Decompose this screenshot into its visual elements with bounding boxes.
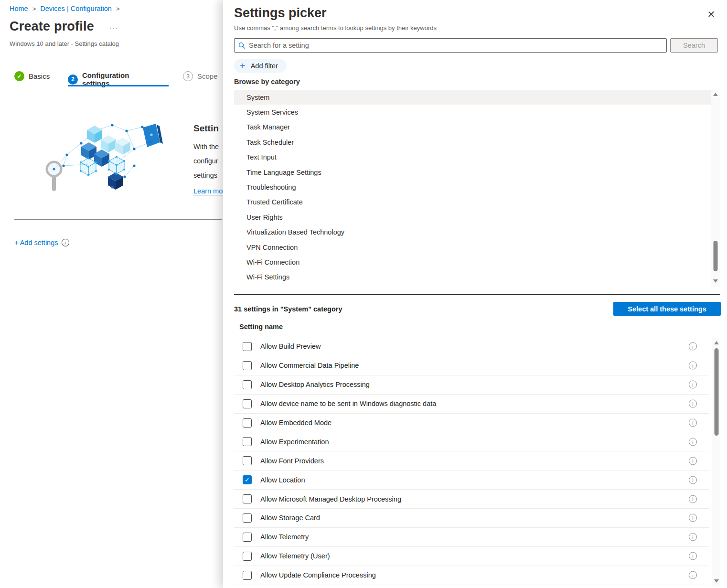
search-icon [238,42,246,49]
setting-checkbox[interactable] [243,513,252,523]
breadcrumb: Home Devices | Configuration [10,5,120,12]
info-icon[interactable] [689,457,697,465]
check-circle-icon [14,71,24,81]
panel-subtitle: Use commas "," among search terms to loo… [234,24,437,32]
setting-checkbox[interactable] [243,571,252,580]
magnifier-icon [47,162,61,191]
close-icon[interactable] [705,8,718,21]
info-icon[interactable] [689,419,697,427]
info-icon[interactable] [689,514,697,522]
setting-checkbox[interactable] [243,552,252,561]
setting-row[interactable]: Allow Location [234,470,709,490]
setting-row[interactable]: Allow Microsoft Managed Desktop Processi… [234,490,709,509]
search-button[interactable]: Search [670,38,718,53]
category-list-item[interactable]: Troubleshooting [234,180,711,194]
setting-checkbox[interactable] [243,533,252,542]
setting-checkbox[interactable] [243,494,252,503]
setting-checkbox[interactable] [243,342,252,351]
settings-table: Allow Build Preview Allow Commercial Dat… [234,337,709,585]
scroll-up-arrow-icon[interactable] [713,93,718,96]
info-icon[interactable] [689,362,697,370]
category-list-item[interactable]: Wi-Fi Settings [234,270,711,285]
setting-checkbox[interactable] [243,399,252,408]
category-list-scrollbar[interactable] [711,90,720,287]
book-icon [143,124,163,147]
learn-more-link[interactable]: Learn mo [193,187,223,195]
tab-basics[interactable]: Basics [14,71,50,81]
setting-row[interactable]: Allow Commercial Data Pipeline [234,356,709,375]
info-icon[interactable] [689,476,697,484]
info-icon[interactable] [689,381,697,389]
category-list-item[interactable]: User Rights [234,210,711,225]
add-settings-link[interactable]: + Add settings [14,239,69,246]
info-icon[interactable] [689,552,697,560]
setting-checkbox[interactable] [243,475,252,484]
category-list-item[interactable]: Wi-Fi Connection [234,255,711,269]
setting-row[interactable]: Allow device name to be sent in Windows … [234,395,709,414]
category-list-item[interactable]: Task Manager [234,120,711,135]
scrollbar-thumb[interactable] [714,348,718,436]
settings-list-scrollbar[interactable] [712,338,720,587]
setting-row[interactable]: Allow Desktop Analytics Processing [234,375,709,395]
scroll-up-arrow-icon[interactable] [714,341,719,344]
page-title: Create profile [10,19,94,34]
step-number-badge: 3 [183,71,193,81]
panel-divider [234,294,720,295]
setting-row[interactable]: Allow Telemetry (User) [234,547,709,566]
tab-scope-tags[interactable]: 3 Scope [183,71,218,81]
search-input-container [234,38,667,53]
section-divider [14,219,222,220]
scroll-down-arrow-icon[interactable] [714,579,719,583]
setting-row[interactable]: Allow Storage Card [234,509,709,528]
scrollbar-thumb[interactable] [714,241,718,271]
active-tab-underline [68,85,169,86]
settings-catalog-illustration [41,120,165,192]
info-icon[interactable] [689,400,697,408]
scroll-down-arrow-icon[interactable] [713,279,718,283]
setting-checkbox[interactable] [243,361,252,370]
results-summary: 31 settings in "System" category [234,305,342,313]
chevron-right-icon [116,5,120,12]
step-number-badge: 2 [68,75,78,85]
settings-picker-panel: Settings picker Use commas "," among sea… [223,0,727,588]
setting-checkbox[interactable] [243,456,252,465]
setting-row[interactable]: Allow Telemetry [234,528,709,547]
breadcrumb-home[interactable]: Home [10,5,28,12]
page-subtitle: Windows 10 and later - Settings catalog [10,40,119,47]
info-icon[interactable] [689,533,697,541]
category-list-item[interactable]: System Services [234,105,711,119]
category-list-item[interactable]: Task Scheduler [234,135,711,150]
search-input[interactable] [249,42,663,49]
info-icon[interactable] [689,571,697,579]
setting-checkbox[interactable] [243,418,252,428]
panel-title: Settings picker [234,6,327,21]
add-filter-button[interactable]: Add filter [234,59,287,73]
more-menu-icon[interactable]: ... [109,22,118,31]
setting-name-column-header: Setting name [239,323,283,331]
info-icon[interactable] [62,239,69,246]
info-icon[interactable] [689,495,697,503]
category-list-item[interactable]: Virtualization Based Technology [234,225,711,240]
plus-icon [240,61,246,71]
category-list-item[interactable]: System [234,90,711,105]
setting-checkbox[interactable] [243,380,252,389]
category-list-item[interactable]: Time Language Settings [234,165,711,180]
category-list: System System Services Task Manager Task… [234,90,711,285]
setting-row[interactable]: Allow Experimentation [234,432,709,451]
browse-by-category-heading: Browse by category [234,78,300,86]
category-list-item[interactable]: VPN Connection [234,240,711,255]
select-all-settings-button[interactable]: Select all these settings [613,302,721,316]
category-list-item[interactable]: Trusted Certificate [234,195,711,210]
info-icon[interactable] [689,342,697,351]
setting-row[interactable]: Allow Build Preview [234,337,709,356]
setting-row[interactable]: Allow Embedded Mode [234,414,709,433]
setting-row[interactable]: Allow Update Compliance Processing [234,566,709,585]
breadcrumb-devices-configuration[interactable]: Devices | Configuration [40,5,112,12]
category-list-item[interactable]: Text Input [234,150,711,165]
setting-row[interactable]: Allow Font Providers [234,451,709,470]
chevron-right-icon [32,5,36,12]
setting-checkbox[interactable] [243,437,252,446]
info-icon[interactable] [689,438,697,446]
